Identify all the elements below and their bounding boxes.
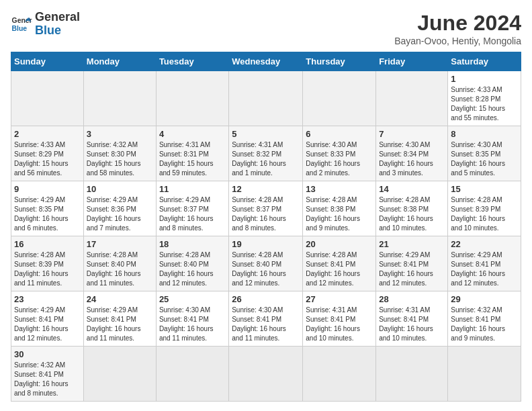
day-cell: 3Sunrise: 4:32 AM Sunset: 8:30 PM Daylig… [83, 126, 156, 181]
day-cell: 6Sunrise: 4:30 AM Sunset: 8:33 PM Daylig… [303, 126, 376, 181]
day-info: Sunrise: 4:28 AM Sunset: 8:38 PM Dayligh… [379, 195, 445, 233]
day-cell: 24Sunrise: 4:29 AM Sunset: 8:41 PM Dayli… [83, 291, 156, 347]
day-number: 26 [232, 294, 300, 304]
day-number: 7 [379, 129, 445, 139]
header-monday: Monday [83, 52, 156, 71]
day-number: 23 [14, 294, 81, 304]
day-number: 6 [306, 129, 373, 139]
day-info: Sunrise: 4:32 AM Sunset: 8:41 PM Dayligh… [14, 361, 81, 398]
day-number: 17 [87, 239, 153, 249]
day-info: Sunrise: 4:29 AM Sunset: 8:36 PM Dayligh… [87, 195, 153, 233]
day-info: Sunrise: 4:31 AM Sunset: 8:32 PM Dayligh… [232, 140, 300, 178]
day-cell: 15Sunrise: 4:28 AM Sunset: 8:39 PM Dayli… [448, 181, 521, 236]
day-cell [156, 71, 228, 126]
day-number: 13 [306, 184, 373, 194]
header-friday: Friday [376, 52, 448, 71]
day-info: Sunrise: 4:29 AM Sunset: 8:37 PM Dayligh… [159, 195, 226, 233]
header-thursday: Thursday [303, 52, 376, 71]
day-number: 29 [451, 294, 518, 304]
day-number: 21 [379, 239, 445, 249]
day-info: Sunrise: 4:28 AM Sunset: 8:41 PM Dayligh… [306, 250, 373, 288]
day-info: Sunrise: 4:31 AM Sunset: 8:31 PM Dayligh… [159, 140, 226, 178]
day-cell: 5Sunrise: 4:31 AM Sunset: 8:32 PM Daylig… [229, 126, 303, 181]
header: General Blue General Blue June 2024 Baya… [11, 11, 521, 46]
day-info: Sunrise: 4:32 AM Sunset: 8:41 PM Dayligh… [451, 306, 518, 343]
day-number: 25 [159, 294, 226, 304]
day-cell [229, 347, 303, 402]
day-cell: 29Sunrise: 4:32 AM Sunset: 8:41 PM Dayli… [448, 291, 521, 347]
day-cell [83, 71, 156, 126]
day-info: Sunrise: 4:31 AM Sunset: 8:41 PM Dayligh… [306, 306, 373, 343]
title-section: June 2024 Bayan-Ovoo, Hentiy, Mongolia [394, 11, 521, 46]
header-wednesday: Wednesday [229, 52, 303, 71]
day-number: 10 [87, 184, 153, 194]
week-row-1: 2Sunrise: 4:33 AM Sunset: 8:29 PM Daylig… [11, 126, 521, 181]
calendar-table: SundayMondayTuesdayWednesdayThursdayFrid… [11, 52, 521, 402]
day-info: Sunrise: 4:30 AM Sunset: 8:35 PM Dayligh… [451, 140, 518, 178]
day-number: 22 [451, 239, 518, 249]
day-info: Sunrise: 4:30 AM Sunset: 8:33 PM Dayligh… [306, 140, 373, 178]
day-cell [303, 347, 376, 402]
day-number: 27 [306, 294, 373, 304]
day-cell: 25Sunrise: 4:30 AM Sunset: 8:41 PM Dayli… [156, 291, 228, 347]
logo-general: General [35, 11, 80, 24]
day-info: Sunrise: 4:28 AM Sunset: 8:40 PM Dayligh… [159, 250, 226, 288]
header-saturday: Saturday [448, 52, 521, 71]
day-info: Sunrise: 4:32 AM Sunset: 8:30 PM Dayligh… [87, 140, 153, 178]
day-cell [156, 347, 228, 402]
calendar-subtitle: Bayan-Ovoo, Hentiy, Mongolia [394, 36, 521, 46]
day-info: Sunrise: 4:30 AM Sunset: 8:41 PM Dayligh… [232, 306, 300, 343]
day-number: 3 [87, 129, 153, 139]
day-info: Sunrise: 4:29 AM Sunset: 8:41 PM Dayligh… [451, 250, 518, 288]
day-cell: 2Sunrise: 4:33 AM Sunset: 8:29 PM Daylig… [11, 126, 84, 181]
day-cell: 12Sunrise: 4:28 AM Sunset: 8:37 PM Dayli… [229, 181, 303, 236]
day-cell: 10Sunrise: 4:29 AM Sunset: 8:36 PM Dayli… [83, 181, 156, 236]
day-number: 14 [379, 184, 445, 194]
day-info: Sunrise: 4:28 AM Sunset: 8:39 PM Dayligh… [451, 195, 518, 233]
day-cell [376, 71, 448, 126]
day-info: Sunrise: 4:33 AM Sunset: 8:28 PM Dayligh… [451, 85, 518, 123]
day-cell: 9Sunrise: 4:29 AM Sunset: 8:35 PM Daylig… [11, 181, 84, 236]
day-info: Sunrise: 4:29 AM Sunset: 8:41 PM Dayligh… [379, 250, 445, 288]
day-number: 18 [159, 239, 226, 249]
page-wrapper: General Blue General Blue June 2024 Baya… [11, 11, 521, 402]
day-number: 20 [306, 239, 373, 249]
day-info: Sunrise: 4:29 AM Sunset: 8:41 PM Dayligh… [14, 306, 81, 343]
day-cell: 14Sunrise: 4:28 AM Sunset: 8:38 PM Dayli… [376, 181, 448, 236]
day-info: Sunrise: 4:33 AM Sunset: 8:29 PM Dayligh… [14, 140, 81, 178]
day-cell: 30Sunrise: 4:32 AM Sunset: 8:41 PM Dayli… [11, 347, 84, 402]
calendar-title: June 2024 [394, 11, 521, 36]
day-cell [11, 71, 84, 126]
day-number: 8 [451, 129, 518, 139]
day-number: 12 [232, 184, 300, 194]
day-number: 9 [14, 184, 81, 194]
day-number: 15 [451, 184, 518, 194]
logo-icon: General Blue [11, 13, 32, 35]
day-cell: 16Sunrise: 4:28 AM Sunset: 8:39 PM Dayli… [11, 236, 84, 291]
day-info: Sunrise: 4:31 AM Sunset: 8:41 PM Dayligh… [379, 306, 445, 343]
day-cell: 19Sunrise: 4:28 AM Sunset: 8:40 PM Dayli… [229, 236, 303, 291]
day-cell: 22Sunrise: 4:29 AM Sunset: 8:41 PM Dayli… [448, 236, 521, 291]
day-number: 28 [379, 294, 445, 304]
day-cell: 21Sunrise: 4:29 AM Sunset: 8:41 PM Dayli… [376, 236, 448, 291]
calendar-body: 1Sunrise: 4:33 AM Sunset: 8:28 PM Daylig… [11, 71, 521, 402]
day-number: 30 [14, 349, 81, 359]
day-cell: 28Sunrise: 4:31 AM Sunset: 8:41 PM Dayli… [376, 291, 448, 347]
week-row-3: 16Sunrise: 4:28 AM Sunset: 8:39 PM Dayli… [11, 236, 521, 291]
day-info: Sunrise: 4:28 AM Sunset: 8:38 PM Dayligh… [306, 195, 373, 233]
calendar-header-row: SundayMondayTuesdayWednesdayThursdayFrid… [11, 52, 521, 71]
week-row-4: 23Sunrise: 4:29 AM Sunset: 8:41 PM Dayli… [11, 291, 521, 347]
day-cell [376, 347, 448, 402]
day-cell: 27Sunrise: 4:31 AM Sunset: 8:41 PM Dayli… [303, 291, 376, 347]
day-info: Sunrise: 4:28 AM Sunset: 8:40 PM Dayligh… [232, 250, 300, 288]
day-info: Sunrise: 4:30 AM Sunset: 8:41 PM Dayligh… [159, 306, 226, 343]
day-cell: 13Sunrise: 4:28 AM Sunset: 8:38 PM Dayli… [303, 181, 376, 236]
svg-text:Blue: Blue [12, 24, 28, 32]
week-row-5: 30Sunrise: 4:32 AM Sunset: 8:41 PM Dayli… [11, 347, 521, 402]
day-number: 2 [14, 129, 81, 139]
day-cell [83, 347, 156, 402]
day-info: Sunrise: 4:28 AM Sunset: 8:40 PM Dayligh… [87, 250, 153, 288]
day-cell: 1Sunrise: 4:33 AM Sunset: 8:28 PM Daylig… [448, 71, 521, 126]
day-info: Sunrise: 4:29 AM Sunset: 8:41 PM Dayligh… [87, 306, 153, 343]
header-tuesday: Tuesday [156, 52, 228, 71]
